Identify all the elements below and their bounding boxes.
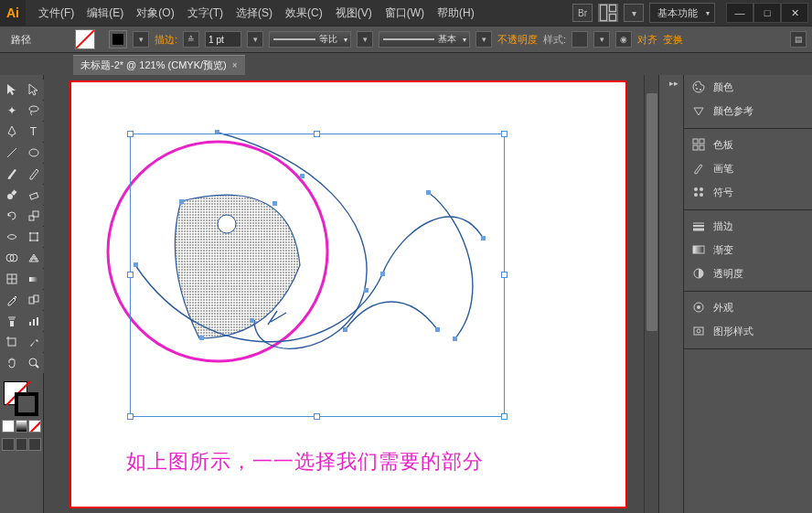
blob-brush-tool[interactable]: [1, 185, 22, 205]
menu-effect[interactable]: 效果(C): [280, 2, 328, 25]
column-graph-tool[interactable]: [23, 311, 44, 331]
workspace-switcher[interactable]: 基本功能: [649, 3, 715, 23]
draw-normal[interactable]: [2, 438, 15, 451]
menu-window[interactable]: 窗口(W): [379, 2, 430, 25]
artboard-tool[interactable]: [1, 332, 22, 352]
align-label[interactable]: 对齐: [637, 33, 657, 47]
symbol-sprayer-tool[interactable]: [1, 311, 22, 331]
menu-type[interactable]: 文字(T): [182, 2, 229, 25]
brush-definition[interactable]: 基本: [379, 31, 470, 48]
svg-point-49: [695, 84, 697, 86]
hand-tool[interactable]: [1, 353, 22, 373]
shape-builder-tool[interactable]: [1, 248, 22, 268]
panel-graphic-styles[interactable]: 图形样式: [684, 319, 812, 343]
rectangle-tool[interactable]: [23, 143, 44, 163]
panel-symbols[interactable]: 符号: [684, 180, 812, 204]
brush-def-menu[interactable]: ▾: [357, 31, 373, 48]
perspective-grid-tool[interactable]: [23, 248, 44, 268]
direct-selection-tool[interactable]: [23, 80, 44, 100]
draw-behind[interactable]: [16, 438, 28, 451]
stroke-indicator[interactable]: [15, 392, 38, 416]
lasso-tool[interactable]: [23, 101, 44, 121]
color-mode-solid[interactable]: [2, 420, 15, 433]
menu-help[interactable]: 帮助(H): [432, 2, 480, 25]
magic-wand-tool[interactable]: ✦: [1, 101, 22, 121]
selection-tool[interactable]: [1, 80, 22, 100]
menu-view[interactable]: 视图(V): [330, 2, 378, 25]
stroke-label[interactable]: 描边:: [155, 33, 177, 47]
menu-file[interactable]: 文件(F): [33, 2, 80, 25]
blend-tool[interactable]: [23, 290, 44, 310]
handle-w[interactable]: [127, 272, 134, 278]
handle-ne[interactable]: [501, 131, 508, 137]
scale-tool[interactable]: [23, 206, 44, 226]
close-button[interactable]: ✕: [781, 3, 808, 23]
svg-point-7: [7, 194, 13, 199]
panel-swatches[interactable]: 色板: [684, 133, 812, 156]
handle-s[interactable]: [314, 413, 320, 420]
control-bar-menu[interactable]: ▤: [790, 31, 807, 48]
minimize-button[interactable]: —: [726, 3, 753, 23]
draw-inside[interactable]: [28, 438, 41, 451]
canvas[interactable]: 如上图所示，一一选择我们需要的部分: [44, 75, 658, 513]
panel-stroke[interactable]: 描边: [684, 214, 812, 238]
gradient-tool[interactable]: [23, 269, 44, 289]
panel-color-guide[interactable]: 颜色参考: [684, 99, 812, 123]
menu-object[interactable]: 对象(O): [131, 2, 179, 25]
document-tab-close[interactable]: ×: [232, 60, 238, 70]
fill-swatch[interactable]: [75, 29, 95, 49]
stroke-weight-input[interactable]: [205, 31, 241, 48]
mesh-tool[interactable]: [1, 269, 22, 289]
stroke-stepper[interactable]: ▾: [247, 31, 263, 48]
stroke-link-icon[interactable]: ≙: [183, 31, 199, 48]
brush-dd[interactable]: ▾: [475, 31, 492, 48]
panel-color[interactable]: 颜色: [684, 75, 812, 99]
panel-label: 颜色参考: [713, 104, 753, 118]
dock-collapse-arrow[interactable]: ▸▸: [669, 79, 678, 88]
panel-transparency[interactable]: 透明度: [684, 262, 812, 285]
free-transform-tool[interactable]: [23, 227, 44, 247]
handle-sw[interactable]: [127, 413, 134, 420]
collapsed-dock[interactable]: [658, 75, 684, 513]
pencil-tool[interactable]: [23, 164, 44, 184]
handle-se[interactable]: [501, 413, 508, 420]
handle-e[interactable]: [501, 272, 508, 278]
opacity-label[interactable]: 不透明度: [497, 33, 538, 47]
rotate-tool[interactable]: [1, 206, 22, 226]
stroke-swatch-menu[interactable]: ▾: [133, 31, 149, 48]
color-mode-gradient[interactable]: [16, 420, 28, 433]
scrollbar-thumb[interactable]: [646, 93, 657, 331]
style-dd[interactable]: ▾: [593, 31, 610, 48]
search-button[interactable]: ▾: [624, 4, 644, 22]
menu-edit[interactable]: 编辑(E): [81, 2, 129, 25]
handle-n[interactable]: [314, 131, 320, 137]
handle-nw[interactable]: [127, 131, 134, 137]
type-tool[interactable]: T: [23, 122, 44, 142]
bridge-button[interactable]: Br: [572, 4, 593, 22]
fill-stroke-indicator[interactable]: [0, 379, 43, 418]
eyedropper-tool[interactable]: [1, 290, 22, 310]
panel-gradient[interactable]: 渐变: [684, 238, 812, 262]
vertical-scrollbar[interactable]: [644, 75, 658, 513]
transform-label[interactable]: 变换: [663, 33, 683, 47]
panel-appearance[interactable]: 外观: [684, 295, 812, 319]
line-tool[interactable]: [1, 143, 22, 163]
zoom-tool[interactable]: [23, 353, 44, 373]
recolor-button[interactable]: ◉: [615, 31, 632, 48]
panel-dock: ▸▸ 颜色 颜色参考 色板 画笔 符号: [684, 75, 812, 513]
panel-brushes[interactable]: 画笔: [684, 156, 812, 180]
color-mode-none[interactable]: [28, 420, 41, 433]
selection-bounds[interactable]: [130, 134, 505, 417]
eraser-tool[interactable]: [23, 185, 44, 205]
menu-select[interactable]: 选择(S): [230, 2, 278, 25]
document-tab[interactable]: 未标题-2* @ 121% (CMYK/预览) ×: [73, 55, 245, 75]
pen-tool[interactable]: [1, 122, 22, 142]
paintbrush-tool[interactable]: [1, 164, 22, 184]
maximize-button[interactable]: □: [753, 3, 781, 23]
width-tool[interactable]: [1, 227, 22, 247]
slice-tool[interactable]: [23, 332, 44, 352]
variable-width-profile[interactable]: 等比: [269, 31, 351, 48]
stroke-swatch[interactable]: [109, 30, 127, 48]
arrange-docs-button[interactable]: [598, 4, 618, 22]
style-swatch[interactable]: [572, 31, 588, 48]
